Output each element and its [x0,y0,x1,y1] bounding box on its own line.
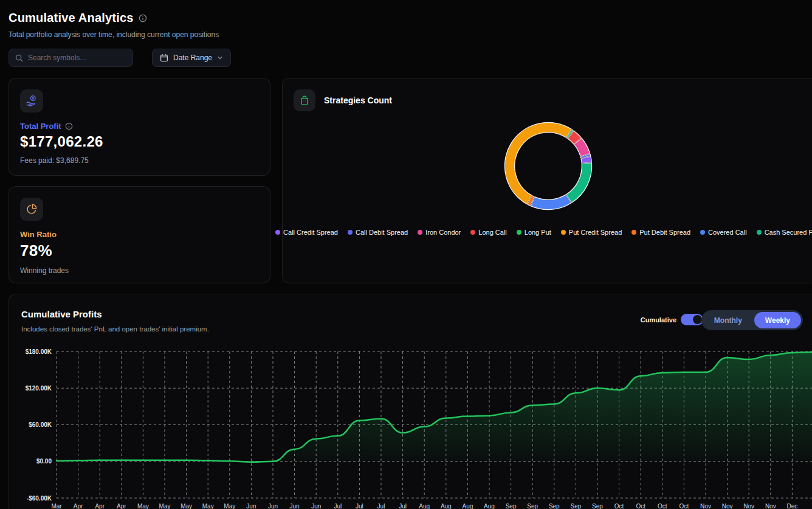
cumulative-line-chart[interactable]: $180.00K$120.00K$60.00K$0.00-$60.00KMarA… [9,348,812,509]
legend-label: Long Call [478,229,506,236]
tab-monthly[interactable]: Monthly [703,312,753,328]
legend-dot [517,230,521,235]
legend-dot [700,230,705,235]
x-tick-label: Oct [636,503,645,509]
y-tick-label: $0.00 [36,458,52,465]
y-tick-label: $120.00K [26,385,52,392]
total-profit-label-row: Total Profit [20,122,259,131]
search-box[interactable] [9,49,133,67]
legend-item-call-credit-spread[interactable]: Call Credit Spread [275,229,338,236]
donut-segment-call-debit-spread[interactable] [585,156,586,157]
cumulative-toggle-label: Cumulative [641,316,676,324]
x-tick-label: Aug [463,503,473,509]
period-tabs: MonthlyWeekly [701,310,803,330]
pie-chart-icon [20,198,43,221]
legend-dot [348,230,353,235]
legend-item-put-credit-spread[interactable]: Put Credit Spread [561,229,622,236]
legend-dot [561,230,566,235]
x-tick-label: Jul [399,503,407,509]
search-input[interactable] [28,54,126,62]
legend-dot [418,230,422,235]
total-profit-value: $177,062.26 [20,133,259,150]
legend-label: Covered Call [708,229,747,236]
hand-coin-icon [20,89,43,113]
x-tick-label: Mar [51,503,62,509]
x-tick-label: Oct [614,503,624,509]
x-tick-label: Nov [700,503,711,509]
date-range-label: Date Range [173,54,212,62]
cumulative-toggle[interactable] [681,314,703,325]
x-tick-label: Apr [95,503,105,509]
strategies-title: Strategies Count [324,95,392,105]
x-tick-label: Dec [787,503,798,509]
legend-label: Put Credit Spread [569,229,622,236]
x-tick-label: Jun [268,503,278,509]
legend-dot [757,230,762,235]
x-tick-label: Aug [419,503,430,509]
toggle-knob [693,315,702,324]
legend-item-cash-secured-put[interactable]: Cash Secured Put [757,229,812,236]
legend-label: Iron Condor [425,229,461,236]
legend-item-long-put[interactable]: Long Put [517,229,551,236]
total-profit-fees: Fees paid: $3,689.75 [20,156,259,165]
x-tick-label: Nov [765,503,776,509]
strategies-legend: Call Credit SpreadCall Debit SpreadIron … [283,229,811,236]
y-tick-label: -$60.00K [27,495,52,502]
strategies-count-card: Strategies Count Call Credit SpreadCall … [282,78,812,283]
legend-item-long-call[interactable]: Long Call [470,229,506,236]
legend-dot [275,230,280,235]
cumulative-title: Cumulative Profits [21,309,102,319]
y-tick-label: $180.00K [26,348,52,355]
donut-segment-put-credit-spread[interactable] [510,128,569,200]
calendar-icon [160,54,168,62]
page-title: Cumulative Analytics [9,11,147,25]
strategies-donut-chart[interactable] [487,105,609,227]
x-tick-label: Sep [549,503,560,509]
donut-segment-long-call[interactable] [571,135,577,141]
x-tick-label: Sep [592,503,603,509]
legend-item-covered-call[interactable]: Covered Call [700,229,747,236]
page-title-text: Cumulative Analytics [9,11,134,25]
shopping-bag-icon [294,89,315,111]
x-tick-label: Jun [311,503,321,509]
cumulative-profits-card: Cumulative Profits Includes closed trade… [9,294,812,509]
info-icon[interactable] [139,14,147,23]
x-tick-label: Jul [334,503,342,509]
win-ratio-label: Win Ratio [20,230,57,239]
legend-item-put-debit-spread[interactable]: Put Debit Spread [631,229,690,236]
win-ratio-label-row: Win Ratio [20,230,259,239]
legend-dot [631,230,636,235]
x-tick-label: Nov [722,503,733,509]
x-tick-label: Oct [680,503,689,509]
x-tick-label: May [202,503,214,509]
cumulative-subtitle: Includes closed trades' PnL and open tra… [21,325,209,333]
search-icon [15,54,23,62]
legend-label: Call Debit Spread [356,229,408,236]
legend-label: Long Put [525,229,551,236]
x-tick-label: Aug [484,503,495,509]
x-tick-label: Jun [246,503,256,509]
legend-item-call-debit-spread[interactable]: Call Debit Spread [348,229,408,236]
tab-weekly[interactable]: Weekly [754,312,801,328]
date-range-button[interactable]: Date Range [152,49,231,67]
x-tick-label: Jul [356,503,363,509]
donut-segment-call-credit-spread[interactable] [586,158,587,162]
donut-segment-put-debit-spread[interactable] [530,200,532,201]
x-tick-label: May [181,503,192,509]
x-tick-label: Jun [290,503,300,509]
chevron-down-icon [217,55,223,61]
x-tick-label: Sep [506,503,517,509]
donut-segment-long-put[interactable] [569,134,570,134]
win-ratio-card: Win Ratio 78% Winning trades [9,186,270,283]
x-tick-label: Sep [571,503,582,509]
page-subtitle: Total portfolio analysis over time, incl… [9,30,219,39]
info-icon[interactable] [65,122,73,130]
y-tick-label: $60.00K [29,421,52,428]
legend-label: Cash Secured Put [765,229,812,236]
legend-label: Put Debit Spread [639,229,690,236]
x-tick-label: Aug [441,503,452,509]
x-tick-label: May [224,503,235,509]
x-tick-label: May [137,503,149,509]
legend-item-iron-condor[interactable]: Iron Condor [418,229,461,236]
x-tick-label: Nov [743,503,754,509]
